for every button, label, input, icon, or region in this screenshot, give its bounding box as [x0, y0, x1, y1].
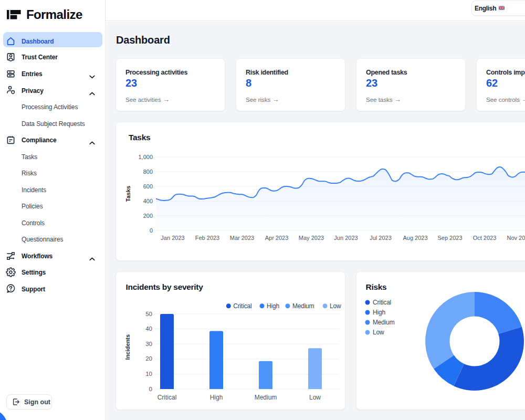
svg-text:Low: Low: [309, 394, 321, 401]
svg-text:Oct 2023: Oct 2023: [473, 235, 497, 241]
svg-text:Critical: Critical: [373, 299, 391, 306]
svg-text:High: High: [267, 302, 279, 310]
svg-text:Low: Low: [373, 329, 384, 336]
svg-text:High: High: [210, 394, 223, 401]
svg-text:Medium: Medium: [373, 319, 395, 326]
svg-text:40: 40: [145, 326, 152, 332]
svg-text:Apr 2023: Apr 2023: [265, 235, 289, 241]
svg-text:Medium: Medium: [292, 302, 314, 310]
svg-text:Aug 2023: Aug 2023: [403, 235, 427, 241]
svg-text:Medium: Medium: [255, 394, 277, 401]
svg-text:Incidents: Incidents: [124, 334, 131, 360]
svg-text:Risks: Risks: [366, 282, 387, 291]
svg-text:Sep 2023: Sep 2023: [437, 235, 462, 241]
svg-text:Critical: Critical: [233, 302, 251, 310]
svg-text:0: 0: [149, 386, 152, 392]
svg-text:Jul 2023: Jul 2023: [370, 235, 392, 241]
svg-text:Jun 2023: Jun 2023: [334, 235, 358, 241]
svg-text:50: 50: [145, 311, 152, 317]
svg-text:Nov 2023: Nov 2023: [507, 235, 525, 241]
svg-text:Incidents by severity: Incidents by severity: [126, 282, 204, 291]
svg-text:Tasks: Tasks: [125, 186, 131, 202]
svg-text:30: 30: [145, 341, 152, 347]
svg-text:Critical: Critical: [158, 394, 177, 401]
svg-text:May 2023: May 2023: [299, 235, 324, 241]
svg-text:600: 600: [143, 183, 153, 190]
svg-text:Jan 2023: Jan 2023: [161, 235, 184, 241]
svg-text:1,000: 1,000: [138, 154, 153, 160]
svg-text:20: 20: [145, 355, 152, 362]
svg-text:Tasks: Tasks: [129, 133, 150, 142]
svg-text:0: 0: [150, 227, 153, 234]
svg-text:200: 200: [143, 213, 153, 219]
svg-text:800: 800: [143, 169, 153, 175]
svg-text:400: 400: [143, 198, 153, 204]
svg-text:High: High: [373, 309, 385, 316]
svg-text:10: 10: [145, 371, 152, 377]
svg-text:Feb 2023: Feb 2023: [195, 235, 219, 241]
svg-text:Mar 2023: Mar 2023: [230, 235, 254, 241]
svg-text:Low: Low: [330, 302, 341, 310]
